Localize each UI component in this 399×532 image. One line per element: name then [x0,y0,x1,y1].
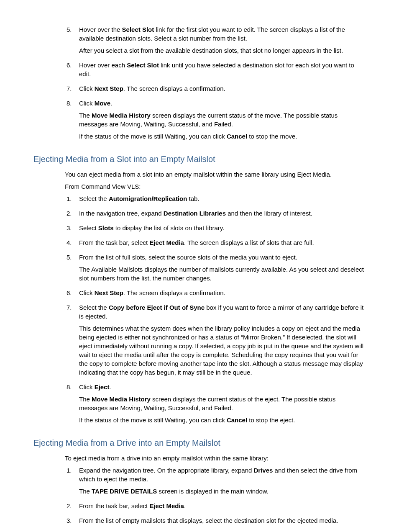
list-paragraph: Hover over the Select Slot link for the … [79,25,366,43]
list-number: 6. [65,61,79,82]
list-content: From the task bar, select Eject Media. T… [79,238,366,250]
list-paragraph: Expand the navigation tree. On the appro… [79,466,366,483]
list-item: 1.Select the Automigration/Replication t… [65,194,366,206]
bold-term: Move Media History [92,112,151,119]
list-item: 8.Click Move.The Move Media History scre… [65,99,366,144]
list-paragraph: Click Move. [79,99,366,108]
list-paragraph: Hover over each Select Slot link until y… [79,61,366,78]
list-item: 7.Click Next Step. The screen displays a… [65,84,366,96]
list-content: Select Slots to display the list of slot… [79,224,366,236]
bold-term: Eject Media [149,502,184,509]
bold-term: Destination Libraries [164,210,226,217]
bold-term: Eject [95,383,110,391]
list-paragraph: From the list of full slots, select the … [79,253,366,262]
list-item: 5.From the list of full slots, select th… [65,253,366,286]
list-content: Click Next Step. The screen displays a c… [79,84,366,96]
bold-term: Cancel [227,133,247,140]
list-item: 3.Select Slots to display the list of sl… [65,224,366,236]
list-section-0: 5.Hover over the Select Slot link for th… [65,25,366,144]
list-paragraph: The Move Media History screen displays t… [79,395,366,412]
list-paragraph: The Available Mailslots displays the num… [79,265,366,283]
list-number: 1. [65,466,79,499]
intro-paragraph: From Command View VLS: [65,182,366,191]
bold-term: Move Media History [92,396,151,403]
list-item: 7.Select the Copy before Eject if Out of… [65,303,366,380]
section-2-intro: To eject media from a drive into an empt… [33,454,366,463]
list-content: Hover over the Select Slot link for the … [79,25,366,58]
list-item: 6.Click Next Step. The screen displays a… [65,288,366,301]
list-item: 8.Click Eject.The Move Media History scr… [65,383,366,428]
list-paragraph: This determines what the system does whe… [79,324,366,377]
list-item: 4.From the task bar, select Eject Media.… [65,238,366,250]
list-number: 2. [65,501,79,514]
list-content: From the list of empty mailslots that di… [79,516,366,528]
bold-term: Next Step [95,289,123,296]
list-paragraph: Click Next Step. The screen displays a c… [79,288,366,297]
list-content: In the navigation tree, expand Destinati… [79,209,366,221]
list-item: 1.Expand the navigation tree. On the app… [65,466,366,499]
list-item: 6.Hover over each Select Slot link until… [65,61,366,82]
bold-term: Cancel [227,416,247,424]
list-content: From the task bar, select Eject Media. [79,501,366,514]
list-paragraph: From the task bar, select Eject Media. T… [79,238,366,247]
intro-paragraph: You can eject media from a slot into an … [65,170,366,179]
list-number: 5. [65,253,79,286]
list-paragraph: In the navigation tree, expand Destinati… [79,209,366,218]
bold-term: Next Step [95,85,123,92]
list-paragraph: Select the Automigration/Replication tab… [79,194,366,203]
list-section-2: 1.Expand the navigation tree. On the app… [65,466,366,532]
list-number: 2. [65,209,79,221]
list-paragraph: Click Eject. [79,383,366,391]
list-paragraph: The Move Media History screen displays t… [79,111,366,129]
list-content: Click Next Step. The screen displays a c… [79,288,366,301]
bold-term: Select Slot [122,26,154,33]
bold-term: Automigration/Replication [109,195,187,202]
list-paragraph: Click Next Step. The screen displays a c… [79,84,366,93]
list-number: 5. [65,25,79,58]
list-number: 7. [65,303,79,380]
bold-term: TAPE DRIVE DETAILS [92,488,157,495]
list-number: 6. [65,288,79,301]
list-number: 1. [65,194,79,206]
list-number: 3. [65,516,79,528]
list-content: Click Move.The Move Media History screen… [79,99,366,144]
list-item: 3.From the list of empty mailslots that … [65,516,366,528]
list-paragraph: The TAPE DRIVE DETAILS screen is display… [79,487,366,496]
list-item: 2.From the task bar, select Eject Media. [65,501,366,514]
list-number: 3. [65,224,79,236]
list-number: 8. [65,383,79,428]
list-content: Select the Automigration/Replication tab… [79,194,366,206]
bold-term: Eject Media [149,239,184,246]
bold-term: Move [95,100,110,107]
list-content: Hover over each Select Slot link until y… [79,61,366,82]
list-paragraph: Select Slots to display the list of slot… [79,224,366,232]
list-paragraph: From the list of empty mailslots that di… [79,516,366,525]
section-heading-2: Ejecting Media from a Drive into an Empt… [33,437,366,449]
section-heading-1: Ejecting Media from a Slot into an Empty… [33,153,366,165]
list-paragraph: Select the Copy before Eject if Out of S… [79,303,366,321]
list-paragraph: If the status of the move is still Waiti… [79,132,366,141]
list-content: From the list of full slots, select the … [79,253,366,286]
bold-term: Select Slot [127,62,159,69]
list-item: 5.Hover over the Select Slot link for th… [65,25,366,58]
list-content: Expand the navigation tree. On the appro… [79,466,366,499]
list-paragraph: After you select a slot from the availab… [79,46,366,55]
intro-paragraph: To eject media from a drive into an empt… [65,454,366,463]
list-content: Click Eject.The Move Media History scree… [79,383,366,428]
bold-term: Copy before Eject if Out of Sync [109,304,205,311]
section-1-intro: You can eject media from a slot into an … [33,170,366,191]
list-section-1: 1.Select the Automigration/Replication t… [65,194,366,428]
list-item: 2.In the navigation tree, expand Destina… [65,209,366,221]
bold-term: Slots [98,224,114,231]
list-number: 4. [65,238,79,250]
list-number: 7. [65,84,79,96]
list-number: 8. [65,99,79,144]
list-paragraph: If the status of the move is still Waiti… [79,416,366,424]
bold-term: Drives [254,467,273,474]
list-content: Select the Copy before Eject if Out of S… [79,303,366,380]
list-paragraph: From the task bar, select Eject Media. [79,501,366,510]
